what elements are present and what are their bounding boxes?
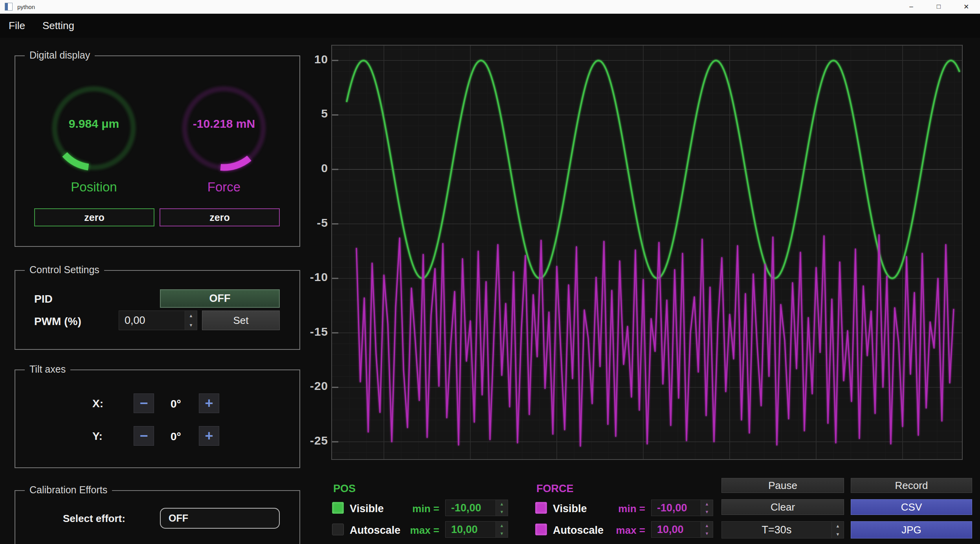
plot-area[interactable] bbox=[331, 45, 963, 460]
position-zero-button[interactable]: zero bbox=[34, 208, 154, 226]
pwm-spin-arrows[interactable]: ▲▼ bbox=[185, 311, 197, 330]
tilt-axes-group: Tilt axes bbox=[15, 369, 300, 468]
force-max-spinbox[interactable]: 10,00 ▲▼ bbox=[651, 521, 713, 538]
pos-visible-label: Visible bbox=[350, 503, 384, 515]
force-visible-checkbox[interactable] bbox=[535, 502, 547, 514]
clear-button[interactable]: Clear bbox=[721, 499, 844, 515]
spin-up-icon[interactable]: ▲ bbox=[701, 500, 713, 508]
pos-visible-checkbox[interactable] bbox=[332, 502, 344, 514]
y-tick-label: 5 bbox=[293, 107, 328, 120]
force-section-title: FORCE bbox=[536, 483, 574, 495]
pwm-label: PWM (%) bbox=[34, 315, 81, 328]
window-controls: – □ ✕ bbox=[897, 0, 980, 13]
pos-max-spinbox[interactable]: 10,00 ▲▼ bbox=[445, 521, 508, 538]
spin-up-icon[interactable]: ▲ bbox=[701, 522, 713, 529]
tilt-x-plus-button[interactable]: + bbox=[199, 393, 219, 413]
pos-min-spinbox[interactable]: -10,00 ▲▼ bbox=[445, 500, 508, 516]
position-label: Position bbox=[35, 180, 153, 195]
y-tick-label: -5 bbox=[293, 216, 328, 230]
y-tick-label: 0 bbox=[293, 162, 328, 175]
tilt-x-value: 0° bbox=[171, 398, 181, 410]
record-button[interactable]: Record bbox=[851, 478, 972, 493]
calibration-title: Calibration Efforts bbox=[25, 484, 112, 496]
maximize-button[interactable]: □ bbox=[925, 0, 952, 13]
spin-up-icon[interactable]: ▲ bbox=[496, 500, 508, 508]
force-value: -10.218 mN bbox=[165, 117, 283, 130]
select-effort-label: Select effort: bbox=[63, 513, 125, 525]
force-min-spinbox[interactable]: -10,00 ▲▼ bbox=[651, 500, 713, 516]
force-autoscale-checkbox[interactable] bbox=[535, 524, 547, 535]
time-spin-arrows[interactable]: ▲▼ bbox=[831, 522, 844, 538]
pos-max-spin-arrows[interactable]: ▲▼ bbox=[496, 522, 508, 537]
window-title: python bbox=[17, 4, 35, 10]
pwm-spinbox[interactable]: 0,00 ▲▼ bbox=[119, 311, 197, 330]
tilt-y-value: 0° bbox=[171, 430, 181, 443]
pos-autoscale-label: Autoscale bbox=[350, 524, 400, 537]
pid-label: PID bbox=[34, 293, 53, 305]
tilt-x-minus-button[interactable]: − bbox=[134, 393, 154, 413]
tilt-y-label: Y: bbox=[92, 430, 103, 443]
pos-section-title: POS bbox=[333, 483, 356, 495]
force-zero-button[interactable]: zero bbox=[160, 208, 280, 226]
tilt-axes-title: Tilt axes bbox=[25, 364, 70, 375]
csv-button[interactable]: CSV bbox=[851, 499, 972, 515]
y-tick-label: -15 bbox=[293, 325, 328, 338]
pos-max-value: 10,00 bbox=[446, 522, 496, 537]
force-max-spin-arrows[interactable]: ▲▼ bbox=[701, 522, 713, 537]
force-visible-label: Visible bbox=[553, 503, 587, 515]
spin-up-icon[interactable]: ▲ bbox=[185, 311, 197, 320]
pos-max-label: max = bbox=[404, 524, 439, 537]
control-settings-title: Control Settings bbox=[25, 264, 104, 276]
y-tick-label: 10 bbox=[293, 53, 328, 66]
force-min-value: -10,00 bbox=[651, 500, 701, 516]
spin-down-icon[interactable]: ▼ bbox=[832, 530, 844, 538]
effort-selected-value: OFF bbox=[169, 513, 188, 524]
spin-up-icon[interactable]: ▲ bbox=[832, 522, 844, 530]
pos-min-label: min = bbox=[404, 503, 439, 515]
spin-down-icon[interactable]: ▼ bbox=[185, 320, 197, 330]
control-settings-group: Control Settings bbox=[15, 270, 300, 350]
time-window-value: T=30s bbox=[722, 522, 831, 538]
pid-off-button[interactable]: OFF bbox=[160, 289, 280, 308]
spin-down-icon[interactable]: ▼ bbox=[496, 529, 508, 537]
plot-canvas bbox=[332, 46, 962, 459]
pause-button[interactable]: Pause bbox=[721, 478, 844, 493]
menu-file[interactable]: File bbox=[0, 20, 34, 32]
app-icon bbox=[5, 3, 13, 11]
spin-down-icon[interactable]: ▼ bbox=[701, 529, 713, 537]
jpg-button[interactable]: JPG bbox=[851, 521, 972, 538]
position-value: 9.984 μm bbox=[35, 117, 153, 130]
force-label: Force bbox=[165, 180, 283, 195]
tilt-x-label: X: bbox=[92, 397, 103, 410]
force-min-spin-arrows[interactable]: ▲▼ bbox=[701, 500, 713, 516]
set-button[interactable]: Set bbox=[202, 311, 280, 330]
force-max-value: 10,00 bbox=[651, 522, 701, 537]
pwm-value: 0,00 bbox=[119, 311, 185, 330]
menu-bar: File Setting bbox=[0, 14, 980, 38]
force-min-label: min = bbox=[610, 503, 645, 515]
pos-min-value: -10,00 bbox=[446, 500, 496, 516]
force-autoscale-label: Autoscale bbox=[553, 524, 604, 537]
close-button[interactable]: ✕ bbox=[952, 0, 980, 13]
y-tick-label: -25 bbox=[293, 434, 328, 447]
digital-display-title: Digital display bbox=[25, 50, 95, 61]
pos-min-spin-arrows[interactable]: ▲▼ bbox=[496, 500, 508, 516]
y-tick-label: -20 bbox=[293, 379, 328, 393]
minimize-button[interactable]: – bbox=[897, 0, 925, 13]
tilt-y-minus-button[interactable]: − bbox=[134, 426, 154, 446]
time-window-spinbox[interactable]: T=30s ▲▼ bbox=[721, 521, 844, 538]
y-tick-label: -10 bbox=[293, 270, 328, 284]
pos-autoscale-checkbox[interactable] bbox=[332, 524, 344, 535]
spin-up-icon[interactable]: ▲ bbox=[496, 522, 508, 529]
menu-setting[interactable]: Setting bbox=[34, 20, 83, 32]
title-bar: python – □ ✕ bbox=[0, 0, 980, 14]
tilt-y-plus-button[interactable]: + bbox=[199, 426, 219, 446]
spin-down-icon[interactable]: ▼ bbox=[701, 508, 713, 516]
effort-combobox[interactable]: OFF bbox=[160, 508, 280, 529]
force-max-label: max = bbox=[610, 524, 645, 537]
spin-down-icon[interactable]: ▼ bbox=[496, 508, 508, 516]
